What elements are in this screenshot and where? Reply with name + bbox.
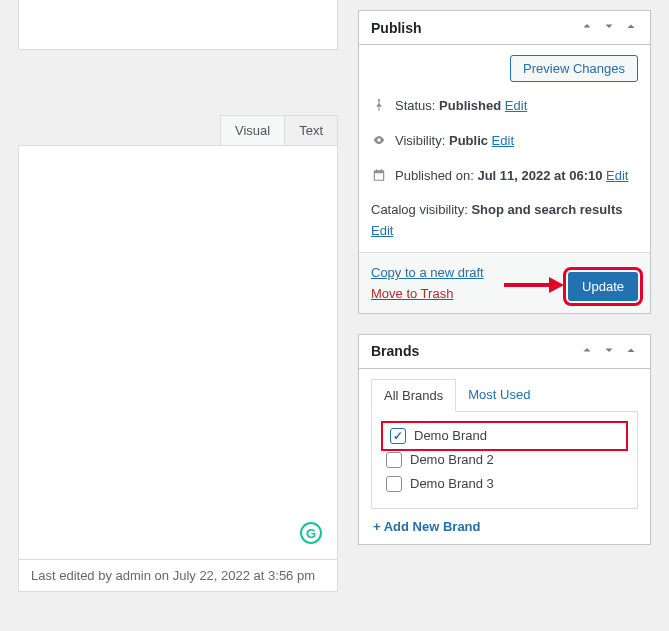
publish-title: Publish bbox=[371, 20, 422, 36]
tab-all-brands[interactable]: All Brands bbox=[371, 379, 456, 412]
move-down-icon[interactable] bbox=[602, 343, 616, 360]
editor-tabs: Visual Text bbox=[18, 115, 338, 145]
publish-panel: Publish Preview Changes Status: Publishe… bbox=[358, 10, 651, 314]
brand-item[interactable]: Demo Brand 3 bbox=[384, 472, 625, 496]
calendar-icon bbox=[371, 168, 387, 189]
checkbox[interactable] bbox=[386, 452, 402, 468]
brand-item[interactable]: ✓Demo Brand bbox=[384, 424, 625, 448]
brands-list: ✓Demo BrandDemo Brand 2Demo Brand 3 bbox=[371, 412, 638, 509]
title-input[interactable] bbox=[18, 0, 338, 50]
published-row: Published on: Jul 11, 2022 at 06:10 Edit bbox=[395, 166, 628, 187]
edit-visibility-link[interactable]: Edit bbox=[492, 133, 514, 148]
eye-icon bbox=[371, 133, 387, 154]
toggle-icon[interactable] bbox=[624, 19, 638, 36]
update-button[interactable]: Update bbox=[568, 272, 638, 301]
svg-marker-1 bbox=[549, 277, 564, 293]
preview-changes-button[interactable]: Preview Changes bbox=[510, 55, 638, 82]
add-new-brand-link[interactable]: + Add New Brand bbox=[371, 519, 638, 534]
tab-text[interactable]: Text bbox=[284, 115, 338, 145]
edit-date-link[interactable]: Edit bbox=[606, 168, 628, 183]
catalog-row: Catalog visibility: Shop and search resu… bbox=[371, 202, 622, 217]
move-trash-link[interactable]: Move to Trash bbox=[371, 286, 484, 301]
move-up-icon[interactable] bbox=[580, 19, 594, 36]
last-edited-label: Last edited by admin on July 22, 2022 at… bbox=[18, 560, 338, 592]
brand-label: Demo Brand 2 bbox=[410, 452, 494, 467]
tab-most-used[interactable]: Most Used bbox=[456, 379, 542, 411]
editor-body[interactable]: G bbox=[18, 145, 338, 560]
brand-label: Demo Brand 3 bbox=[410, 476, 494, 491]
grammarly-icon[interactable]: G bbox=[300, 522, 322, 544]
pin-icon bbox=[371, 98, 387, 119]
toggle-icon[interactable] bbox=[624, 343, 638, 360]
move-up-icon[interactable] bbox=[580, 343, 594, 360]
brand-label: Demo Brand bbox=[414, 428, 487, 443]
brand-item[interactable]: Demo Brand 2 bbox=[384, 448, 625, 472]
brands-panel: Brands All Brands Most Used ✓Demo BrandD… bbox=[358, 334, 651, 545]
checkbox[interactable]: ✓ bbox=[390, 428, 406, 444]
edit-status-link[interactable]: Edit bbox=[505, 98, 527, 113]
brands-title: Brands bbox=[371, 343, 419, 359]
copy-draft-link[interactable]: Copy to a new draft bbox=[371, 265, 484, 280]
checkbox[interactable] bbox=[386, 476, 402, 492]
status-row: Status: Published Edit bbox=[395, 96, 527, 117]
visibility-row: Visibility: Public Edit bbox=[395, 131, 514, 152]
annotation-arrow-icon bbox=[504, 275, 564, 295]
move-down-icon[interactable] bbox=[602, 19, 616, 36]
edit-catalog-link[interactable]: Edit bbox=[371, 223, 393, 238]
tab-visual[interactable]: Visual bbox=[220, 115, 285, 145]
